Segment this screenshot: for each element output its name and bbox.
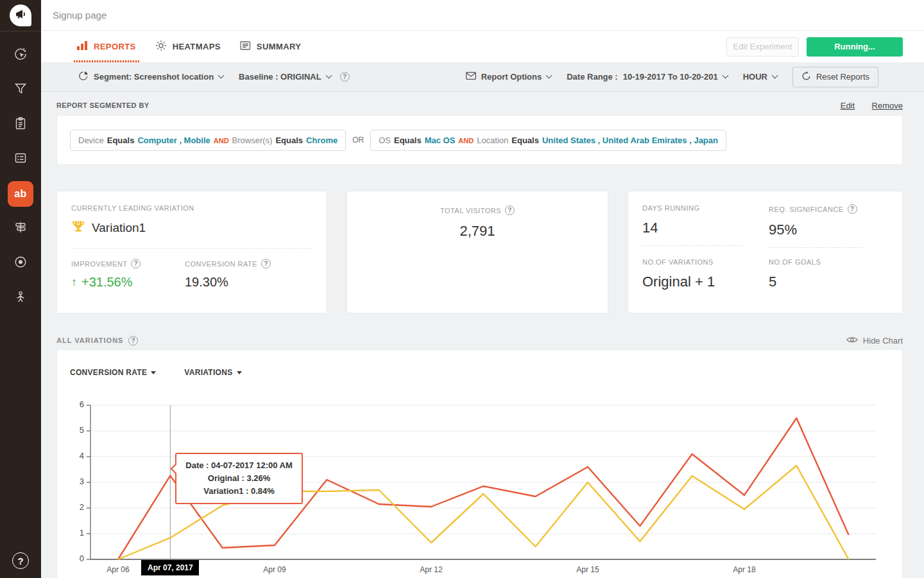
- logo-container: [0, 0, 41, 31]
- tooltip-line: Original : 3.26%: [185, 472, 292, 485]
- reset-circular-arrow-icon: [801, 71, 811, 83]
- metric-dropdown-label: CONVERSION RATE: [70, 368, 147, 377]
- chip-token: United States , United Arab Emirates , J…: [542, 136, 718, 145]
- y-axis-label: 2: [69, 502, 84, 512]
- leading-variation-card: CURRENTLY LEADING VARIATION Variation1 I…: [56, 191, 327, 313]
- metric-dropdown[interactable]: CONVERSION RATE: [70, 368, 156, 377]
- num-variations-label: NO.OF VARIATIONS: [642, 258, 769, 266]
- caret-down-icon: [151, 371, 156, 374]
- visitors-help-icon[interactable]: ?: [505, 206, 515, 215]
- y-axis-label: 5: [69, 425, 84, 435]
- hide-chart-label: Hide Chart: [863, 336, 903, 346]
- edit-experiment-button[interactable]: Edit Experiment: [726, 37, 799, 57]
- x-axis-label: Apr 09: [249, 565, 300, 574]
- chip-token: Chrome: [306, 136, 338, 145]
- granularity-label: HOUR: [743, 72, 767, 82]
- date-range-control[interactable]: Date Range : 10-19-2017 To 10-20-201: [567, 72, 727, 82]
- chip-token: OS: [379, 136, 391, 145]
- sidebar-item-click-tracking[interactable]: [0, 38, 41, 73]
- heatmap-sun-icon: [155, 40, 167, 53]
- total-visitors-card: TOTAL VISITORS? 2,791: [346, 191, 608, 313]
- clipboard-icon: [13, 116, 28, 133]
- up-arrow-icon: ↑: [71, 276, 77, 289]
- baseline-help-icon[interactable]: ?: [340, 72, 350, 82]
- segment-remove-link[interactable]: Remove: [872, 101, 903, 110]
- sidebar-item-record[interactable]: [0, 246, 41, 281]
- all-variations-title: ALL VARIATIONS: [56, 337, 123, 344]
- improvement-label: IMPROVEMENT: [71, 260, 127, 268]
- tab-reports[interactable]: REPORTS: [77, 31, 136, 62]
- reset-reports-button[interactable]: Reset Reports: [792, 67, 878, 87]
- divider: [642, 245, 743, 246]
- sidebar-item-person[interactable]: [0, 281, 41, 315]
- series-dropdown[interactable]: VARIATIONS: [184, 368, 241, 377]
- sidebar-item-clipboard[interactable]: [0, 107, 41, 142]
- leading-variation-value: Variation1: [92, 221, 146, 235]
- chip-token: Computer , Mobile: [137, 136, 210, 145]
- tab-summary[interactable]: SUMMARY: [240, 31, 301, 62]
- sidebar-item-funnel[interactable]: [0, 73, 41, 107]
- content-area: REPORT SEGMENTED BY Edit Remove DeviceEq…: [41, 100, 924, 578]
- tab-summary-label: SUMMARY: [257, 42, 301, 51]
- segment-edit-link[interactable]: Edit: [841, 101, 855, 110]
- sidebar-item-signpost[interactable]: [0, 211, 41, 246]
- num-variations-value: Original + 1: [642, 274, 769, 290]
- click-tracking-icon: [13, 47, 28, 64]
- record-icon: [13, 255, 28, 272]
- sidebar-item-ab-testing[interactable]: ab: [0, 177, 41, 211]
- y-axis-label: 1: [69, 528, 84, 538]
- reset-reports-label: Reset Reports: [816, 72, 869, 82]
- segment-selector[interactable]: Segment: Screenshot location: [78, 71, 223, 83]
- segment-selector-label: Segment: Screenshot location: [94, 72, 214, 82]
- y-axis-label: 3: [69, 477, 84, 486]
- total-visitors-label: TOTAL VISITORS: [440, 207, 501, 215]
- leading-variation-label: CURRENTLY LEADING VARIATION: [71, 204, 312, 212]
- chevron-down-icon: [722, 73, 728, 79]
- line-chart[interactable]: Date : 04-07-2017 12:00 AMOriginal : 3.2…: [90, 405, 876, 578]
- improvement-value: ↑ +31.56%: [71, 275, 185, 290]
- page-title: Signup page: [53, 10, 107, 21]
- running-status-button[interactable]: Running...: [807, 37, 903, 57]
- hide-chart-button[interactable]: Hide Chart: [846, 336, 903, 346]
- granularity-selector[interactable]: HOUR: [743, 72, 777, 82]
- help-icon: ?: [12, 552, 29, 569]
- filter-bar: Segment: Screenshot location Baseline : …: [41, 62, 924, 92]
- top-header: Signup page: [41, 0, 924, 31]
- segment-chip[interactable]: DeviceEqualsComputer , MobileANDBrowser(…: [70, 130, 346, 151]
- all-variations-help-icon[interactable]: ?: [128, 336, 138, 346]
- x-axis-label: Apr 12: [406, 565, 457, 574]
- signpost-icon: [13, 220, 28, 237]
- tooltip-line: Variation1 : 0.84%: [185, 485, 292, 498]
- envelope-icon: [466, 72, 476, 82]
- days-running-value: 14: [642, 220, 769, 236]
- conversion-help-icon[interactable]: ?: [261, 259, 271, 268]
- segment-chip[interactable]: OSEqualsMac OSANDLocationEqualsUnited St…: [370, 130, 726, 151]
- summary-cards: CURRENTLY LEADING VARIATION Variation1 I…: [56, 191, 903, 313]
- highlighted-date-label: Apr 07, 2017: [141, 560, 199, 575]
- vwo-logo[interactable]: [10, 4, 31, 26]
- sidebar-help-button[interactable]: ?: [0, 552, 41, 569]
- tab-bar: REPORTS HEATMAPS SUMMARY Edit Experiment…: [41, 31, 924, 62]
- series-dropdown-label: VARIATIONS: [184, 368, 232, 377]
- improvement-help-icon[interactable]: ?: [131, 259, 141, 268]
- report-options-menu[interactable]: Report Options: [466, 72, 552, 82]
- ab-testing-active-tile: ab: [8, 181, 33, 207]
- form-list-icon: [13, 151, 28, 168]
- chart-tooltip: Date : 04-07-2017 12:00 AMOriginal : 3.2…: [175, 453, 302, 504]
- sidebar-item-forms[interactable]: [0, 142, 41, 177]
- chip-token: Equals: [394, 136, 422, 145]
- num-goals-value: 5: [769, 274, 888, 290]
- num-goals-label: NO.OF GOALS: [769, 258, 888, 266]
- chip-token: AND: [458, 137, 474, 144]
- tab-heatmaps[interactable]: HEATMAPS: [155, 31, 221, 62]
- req-significance-value: 95%: [769, 222, 888, 238]
- chip-token: Device: [78, 136, 104, 145]
- bar-chart-icon: [77, 41, 88, 52]
- significance-help-icon[interactable]: ?: [848, 204, 857, 214]
- tab-heatmaps-label: HEATMAPS: [173, 42, 221, 51]
- baseline-selector[interactable]: Baseline : ORIGINAL: [239, 72, 331, 82]
- chevron-down-icon: [325, 73, 332, 79]
- chevron-down-icon: [546, 73, 552, 79]
- chip-token: Mac OS: [425, 136, 456, 145]
- date-range-value: 10-19-2017 To 10-20-201: [623, 72, 718, 82]
